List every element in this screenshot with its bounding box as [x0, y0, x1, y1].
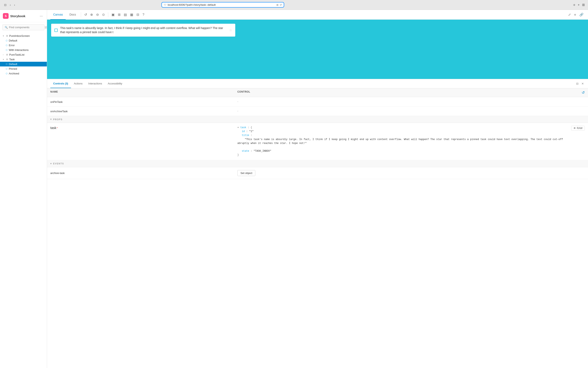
collapse-icon[interactable]: ▾	[50, 162, 52, 165]
viewport-background-button[interactable]: ⊟	[135, 11, 140, 18]
link-button[interactable]: 🔗	[578, 11, 585, 18]
sidebar-item-pureinboxscreen-withinteractions[interactable]: ⬡ With Interactions	[0, 48, 47, 52]
task-star-icon[interactable]: ☆	[229, 28, 232, 32]
raw-label: RAW	[577, 127, 582, 130]
zoom-reset-button[interactable]: ⊙	[101, 11, 106, 18]
search-input[interactable]	[9, 26, 43, 29]
sidebar-item-task[interactable]: ▾ ⊞ Task	[0, 57, 47, 62]
eye-icon: 👁	[573, 127, 576, 130]
control-name: onArchiveTask	[50, 109, 237, 113]
component-icon: ⊞	[6, 53, 8, 56]
story-icon: ⬡	[6, 49, 8, 51]
set-object-button[interactable]: Set object	[237, 170, 255, 176]
url-input[interactable]	[168, 3, 275, 6]
table-row: archive-task Set object	[47, 167, 588, 179]
zoom-in-button[interactable]: ⊕	[89, 11, 94, 18]
control-name: task *	[50, 126, 237, 130]
open-new-tab-button[interactable]: ⎆	[573, 11, 577, 18]
table-row: task * ▾ task : { id : "1" title : "This…	[47, 123, 588, 160]
reload-story-button[interactable]: ↺	[83, 11, 88, 18]
story-icon: ⬡	[6, 39, 8, 42]
table-row: onArchiveTask -	[47, 107, 588, 116]
browser-chrome: ⊡ ‹ › 🛡 ⊞ ↺ ⎆ + ⊞	[0, 0, 588, 10]
control-value: -	[237, 109, 585, 112]
collapse-icon[interactable]: ▾	[50, 118, 52, 121]
controls-tab-bar: Controls (3) Actions Interactions Access…	[47, 79, 588, 88]
story-icon: ⬡	[6, 63, 8, 65]
reader-mode-icon: ⊞	[276, 3, 278, 6]
controls-table-header: Name Control ↺	[47, 88, 588, 97]
sidebar-item-label: Default	[9, 63, 44, 66]
sidebar-item-label: Task	[9, 58, 44, 61]
window-toggle-button[interactable]: ⊡	[3, 2, 7, 7]
sidebar-item-label: Error	[9, 44, 44, 47]
tab-actions[interactable]: Actions	[71, 79, 85, 88]
code-block: ▾ task : { id : "1" title : "This task's…	[237, 126, 571, 157]
share-button[interactable]: ⎆	[573, 3, 575, 7]
reload-icon[interactable]: ↺	[280, 3, 282, 6]
expand-icon: ▾	[3, 35, 5, 37]
task-checkbox[interactable]	[54, 29, 58, 32]
sidebar: S Storybook ··· 🔍 / ▾ ⊞ PureInboxScreen …	[0, 10, 47, 368]
story-icon: ⬡	[6, 72, 8, 75]
sidebar-item-pureinboxscreen-error[interactable]: ⬡ Error	[0, 43, 47, 48]
controls-panel: Controls (3) Actions Interactions Access…	[47, 79, 588, 368]
search-bar[interactable]: 🔍 /	[2, 24, 44, 30]
sidebar-header: S Storybook ···	[0, 10, 47, 22]
back-button[interactable]: ‹	[9, 2, 12, 7]
split-view-button[interactable]: ⊟	[575, 81, 579, 86]
main-toolbar: Canvas Docs ↺ ⊕ ⊖ ⊙ ▣ ⊞ ▤ ▦ ⊟ ? ⤢ ⎆ 🔗	[47, 10, 588, 20]
task-title: This task's name is absurdly large. In f…	[60, 26, 227, 34]
toolbar-separator	[81, 12, 81, 17]
tab-docs[interactable]: Docs	[66, 10, 79, 20]
story-icon: ⬡	[6, 44, 8, 46]
zoom-out-button[interactable]: ⊖	[95, 11, 100, 18]
help-button[interactable]: ?	[141, 12, 145, 18]
shield-icon: 🛡	[164, 3, 166, 6]
tab-interactions[interactable]: Interactions	[85, 79, 105, 88]
sidebar-item-label: Default	[9, 39, 44, 42]
events-section-header: ▾ EVENTS	[47, 160, 588, 167]
viewport-grid-button[interactable]: ⊞	[117, 11, 122, 18]
props-label: PROPS	[53, 118, 63, 121]
sidebar-item-task-archived[interactable]: ⬡ Archived	[0, 71, 47, 76]
control-value: -	[237, 100, 585, 103]
sidebar-item-label: Pinned	[9, 67, 44, 70]
name-column-header: Name	[50, 90, 237, 95]
reset-controls-button[interactable]: ↺	[582, 90, 585, 95]
expand-icon: ▾	[3, 58, 5, 61]
event-control: Set object	[237, 170, 585, 176]
tab-accessibility[interactable]: Accessibility	[105, 79, 125, 88]
controls-panel-right: ⊟ ✕	[575, 81, 585, 86]
sidebar-item-pureinboxscreen[interactable]: ▾ ⊞ PureInboxScreen	[0, 34, 47, 38]
main-content: Canvas Docs ↺ ⊕ ⊖ ⊙ ▣ ⊞ ▤ ▦ ⊟ ? ⤢ ⎆ 🔗 Th	[47, 10, 588, 368]
component-icon: ⊞	[6, 58, 8, 61]
component-icon: ⊞	[6, 35, 8, 37]
viewport-image-button[interactable]: ▣	[110, 11, 116, 18]
fullscreen-button[interactable]: ⤢	[567, 11, 572, 18]
new-tab-button[interactable]: +	[578, 3, 580, 7]
tab-canvas[interactable]: Canvas	[50, 10, 66, 20]
viewport-measure-button[interactable]: ▦	[129, 11, 134, 18]
sidebar-item-pureinboxscreen-default[interactable]: ⬡ Default	[0, 38, 47, 43]
expand-icon: ›	[3, 54, 5, 56]
required-indicator: *	[57, 127, 58, 130]
raw-button[interactable]: 👁 RAW	[571, 126, 585, 131]
forward-button[interactable]: ›	[13, 2, 16, 7]
sidebar-item-task-pinned[interactable]: ⬡ Pinned	[0, 66, 47, 71]
storybook-logo-icon: S	[3, 13, 9, 19]
sidebar-item-label: Archived	[9, 72, 44, 75]
table-row: onPinTask -	[47, 97, 588, 107]
viewport-layout-button[interactable]: ▤	[123, 11, 128, 18]
sidebar-logo: S Storybook	[3, 13, 25, 19]
sidebar-item-puretasklist[interactable]: › ⊞ PureTaskList	[0, 52, 47, 57]
app: S Storybook ··· 🔍 / ▾ ⊞ PureInboxScreen …	[0, 10, 588, 368]
sidebar-menu-button[interactable]: ···	[38, 13, 44, 18]
tabs-button[interactable]: ⊞	[582, 3, 585, 7]
sidebar-item-task-default[interactable]: ⬡ Default	[0, 62, 47, 66]
reset-column: ↺	[577, 90, 585, 95]
tab-controls[interactable]: Controls (3)	[50, 79, 71, 88]
close-panel-button[interactable]: ✕	[581, 81, 585, 86]
address-bar[interactable]: 🛡 ⊞ ↺	[161, 2, 284, 8]
events-label: EVENTS	[53, 162, 64, 165]
